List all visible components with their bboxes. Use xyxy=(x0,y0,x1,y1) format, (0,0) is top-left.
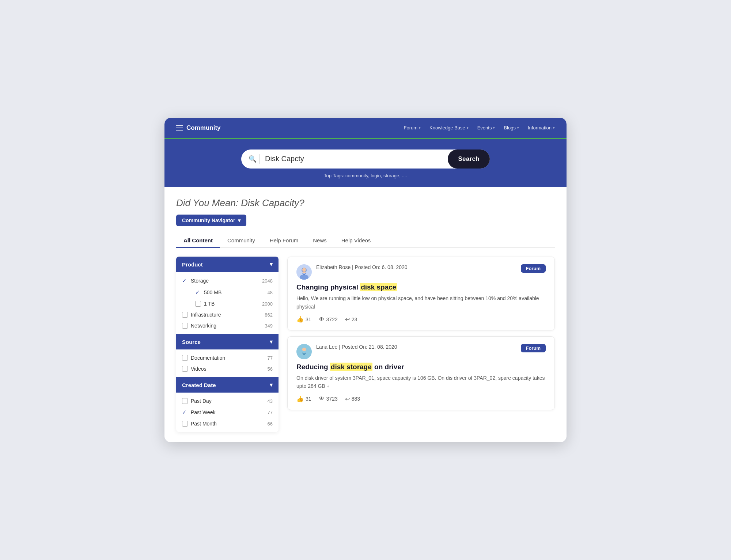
result-card-1: Elizabeth Rose | Posted On: 6. 08. 2020 … xyxy=(287,257,555,330)
nav-logo-text: Community xyxy=(186,124,221,132)
browser-window: Community Forum ▾ Knowledge Base ▾ Event… xyxy=(164,118,567,443)
card-1-meta: Elizabeth Rose | Posted On: 6. 08. 2020 xyxy=(316,264,516,272)
search-bar-wrapper: 🔍 Search xyxy=(241,150,490,169)
checkbox-1tb[interactable] xyxy=(195,301,201,307)
check-icon: ✓ xyxy=(182,409,188,416)
nav-link-blogs[interactable]: Blogs ▾ xyxy=(504,125,519,130)
stat-replies-2: ↩ 883 xyxy=(345,396,360,402)
highlight-2: disk storage xyxy=(330,363,372,371)
sidebar-source-header[interactable]: Source ▾ xyxy=(176,334,279,349)
chevron-down-icon: ▾ xyxy=(419,126,421,130)
chevron-down-icon: ▾ xyxy=(467,126,469,130)
chevron-down-icon: ▾ xyxy=(493,126,495,130)
card-2-stats: 👍 31 👁 3723 ↩ 883 xyxy=(296,396,546,402)
like-icon: 👍 xyxy=(296,396,304,402)
chevron-down-icon: ▾ xyxy=(270,382,273,388)
avatar-1 xyxy=(296,264,312,280)
like-icon: 👍 xyxy=(296,316,304,323)
sidebar-item-1tb[interactable]: 1 TB 2000 xyxy=(176,298,279,309)
sidebar-product-items: ✓ Storage 2048 ✓ 500 MB 48 1 TB 2000 xyxy=(176,272,279,334)
tab-all-content[interactable]: All Content xyxy=(176,234,220,248)
layout: Product ▾ ✓ Storage 2048 ✓ 500 MB 48 xyxy=(176,257,555,432)
sidebar-item-documentation[interactable]: Documentation 77 xyxy=(176,352,279,363)
view-icon: 👁 xyxy=(319,396,325,402)
chevron-down-icon: ▾ xyxy=(238,217,240,223)
svg-point-4 xyxy=(302,268,306,272)
chevron-down-icon: ▾ xyxy=(270,261,273,268)
highlight-1: disk space xyxy=(360,283,397,291)
hamburger-icon[interactable] xyxy=(176,125,183,130)
view-icon: 👁 xyxy=(319,316,325,323)
search-area: 🔍 Search Top Tags: community, login, sto… xyxy=(164,139,567,187)
sidebar-product-header[interactable]: Product ▾ xyxy=(176,257,279,272)
sidebar-item-storage[interactable]: ✓ Storage 2048 xyxy=(176,275,279,287)
svg-point-7 xyxy=(302,348,306,351)
nav-link-forum[interactable]: Forum ▾ xyxy=(404,125,421,130)
search-icon: 🔍 xyxy=(249,155,257,163)
search-divider xyxy=(260,154,260,164)
card-1-author: Elizabeth Rose | Posted On: 6. 08. 2020 xyxy=(316,264,516,270)
chevron-down-icon: ▾ xyxy=(553,126,555,130)
sidebar-item-videos[interactable]: Videos 56 xyxy=(176,363,279,374)
sidebar-created-date-header[interactable]: Created Date ▾ xyxy=(176,377,279,393)
reply-icon: ↩ xyxy=(345,316,350,323)
card-1-title: Changing physical disk space xyxy=(296,283,546,291)
did-you-mean: Did You Mean: Disk Capacity? xyxy=(176,197,555,209)
tab-community[interactable]: Community xyxy=(220,234,262,248)
forum-badge-2: Forum xyxy=(521,344,546,352)
tab-help-forum[interactable]: Help Forum xyxy=(262,234,306,248)
sidebar-created-date-items: Past Day 43 ✓ Past Week 77 Past Month 66 xyxy=(176,393,279,432)
nav-links: Forum ▾ Knowledge Base ▾ Events ▾ Blogs … xyxy=(404,125,555,130)
forum-badge-1: Forum xyxy=(521,264,546,273)
top-tags: Top Tags: community, login, storage, ...… xyxy=(324,173,407,178)
svg-point-5 xyxy=(296,344,312,359)
nav-link-knowledge-base[interactable]: Knowledge Base ▾ xyxy=(429,125,469,130)
chevron-down-icon: ▾ xyxy=(270,338,273,345)
search-input[interactable] xyxy=(265,155,448,163)
card-2-header: Lana Lee | Posted On: 21. 08. 2020 Forum xyxy=(296,344,546,359)
stat-likes-1: 👍 31 xyxy=(296,316,311,323)
result-card-2: Lana Lee | Posted On: 21. 08. 2020 Forum… xyxy=(287,336,555,410)
card-1-header: Elizabeth Rose | Posted On: 6. 08. 2020 … xyxy=(296,264,546,280)
checkbox-past-month[interactable] xyxy=(182,421,188,427)
top-nav: Community Forum ▾ Knowledge Base ▾ Event… xyxy=(164,118,567,138)
card-2-author: Lana Lee | Posted On: 21. 08. 2020 xyxy=(316,344,516,350)
nav-logo: Community xyxy=(176,124,221,132)
results: Elizabeth Rose | Posted On: 6. 08. 2020 … xyxy=(287,257,555,432)
sidebar-item-infrastructure[interactable]: Infrastructure 862 xyxy=(176,309,279,320)
sidebar: Product ▾ ✓ Storage 2048 ✓ 500 MB 48 xyxy=(176,257,279,432)
nav-link-events[interactable]: Events ▾ xyxy=(477,125,495,130)
checkbox-networking[interactable] xyxy=(182,323,188,329)
card-2-title: Reducing disk storage on driver xyxy=(296,363,546,371)
nav-link-information[interactable]: Information ▾ xyxy=(528,125,555,130)
search-button[interactable]: Search xyxy=(448,150,490,169)
stat-views-2: 👁 3723 xyxy=(319,396,338,402)
card-1-stats: 👍 31 👁 3722 ↩ 23 xyxy=(296,316,546,323)
avatar-2 xyxy=(296,344,312,359)
chevron-down-icon: ▾ xyxy=(517,126,519,130)
stat-likes-2: 👍 31 xyxy=(296,396,311,402)
checkbox-past-day[interactable] xyxy=(182,398,188,404)
card-1-body: Hello, We are running a little low on ph… xyxy=(296,294,546,311)
check-icon: ✓ xyxy=(182,277,188,284)
checkbox-infrastructure[interactable] xyxy=(182,312,188,318)
checkbox-documentation[interactable] xyxy=(182,355,188,361)
reply-icon: ↩ xyxy=(345,396,350,402)
stat-replies-1: ↩ 23 xyxy=(345,316,357,323)
tab-news[interactable]: News xyxy=(306,234,334,248)
sidebar-source-items: Documentation 77 Videos 56 xyxy=(176,349,279,377)
sidebar-item-past-day[interactable]: Past Day 43 xyxy=(176,396,279,406)
sidebar-item-networking[interactable]: Networking 349 xyxy=(176,320,279,331)
sidebar-item-past-month[interactable]: Past Month 66 xyxy=(176,418,279,429)
tab-help-videos[interactable]: Help Videos xyxy=(334,234,378,248)
stat-views-1: 👁 3722 xyxy=(319,316,338,323)
card-2-meta: Lana Lee | Posted On: 21. 08. 2020 xyxy=(316,344,516,351)
sidebar-item-past-week[interactable]: ✓ Past Week 77 xyxy=(176,406,279,418)
content-tabs: All Content Community Help Forum News He… xyxy=(176,234,555,248)
community-navigator-button[interactable]: Community Navigator ▾ xyxy=(176,215,246,226)
card-2-body: On disk driver of system 3PAR_01, space … xyxy=(296,374,546,390)
sidebar-item-500mb[interactable]: ✓ 500 MB 48 xyxy=(176,287,279,298)
check-icon: ✓ xyxy=(195,289,201,296)
checkbox-videos[interactable] xyxy=(182,366,188,372)
main-content: Did You Mean: Disk Capacity? Community N… xyxy=(164,187,567,443)
